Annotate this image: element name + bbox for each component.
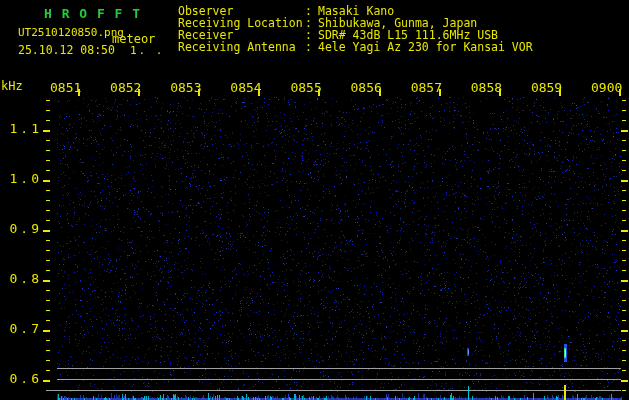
- y-axis-unit-label: kHz: [1, 80, 23, 92]
- x-axis-time-label: 0857: [411, 81, 442, 94]
- x-axis-time-label: 0853: [170, 81, 201, 94]
- station-info-row: Receiving Antenna:4ele Yagi Az 230 for K…: [178, 41, 533, 53]
- echo-count-indicator: 1. .: [130, 45, 165, 56]
- y-axis-freq-label: 0.8: [0, 272, 42, 285]
- x-axis-time-label: 0900: [591, 81, 622, 94]
- station-info-block: Observer:Masaki KanoReceiving Location:S…: [178, 5, 533, 53]
- datetime-label: 25.10.12 08:50: [18, 45, 115, 57]
- x-axis-time-label: 0854: [230, 81, 261, 94]
- x-axis-time-label: 0855: [290, 81, 321, 94]
- y-axis-freq-label: 0.9: [0, 222, 42, 235]
- x-axis-time-label: 0852: [110, 81, 141, 94]
- y-axis-freq-label: 0.6: [0, 372, 42, 385]
- x-axis-time-label: 0851: [50, 81, 81, 94]
- y-axis-freq-label: 0.7: [0, 322, 42, 335]
- hrofft-screen: H R O F F T UT2510120850.png meteor 25.1…: [0, 0, 629, 400]
- info-value: 4ele Yagi Az 230 for Kansai VOR: [318, 41, 533, 53]
- spectrogram-canvas: [0, 0, 629, 400]
- x-axis-time-label: 0856: [351, 81, 382, 94]
- app-title: H R O F F T: [44, 7, 141, 20]
- x-axis-time-label: 0859: [531, 81, 562, 94]
- x-axis-time-label: 0858: [471, 81, 502, 94]
- output-filename: UT2510120850.png: [18, 27, 124, 38]
- y-axis-freq-label: 1.0: [0, 172, 42, 185]
- info-label: Receiving Antenna: [178, 41, 305, 53]
- info-separator: :: [305, 41, 318, 53]
- y-axis-freq-label: 1.1: [0, 122, 42, 135]
